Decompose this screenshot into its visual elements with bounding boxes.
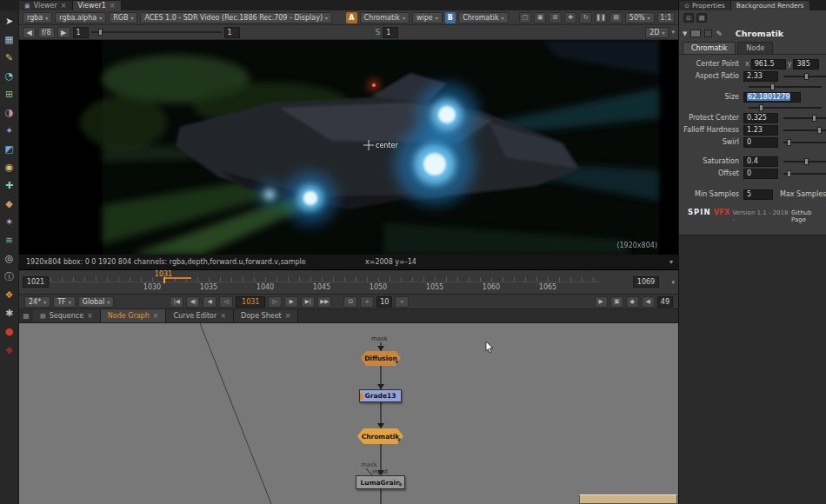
pan-zoom-icon[interactable]: ✚ bbox=[564, 12, 576, 23]
filter-icon[interactable]: ✦ bbox=[1, 122, 18, 140]
back-icon[interactable]: ◀ bbox=[642, 296, 655, 308]
tab-node[interactable]: Node bbox=[737, 42, 773, 54]
next-keyframe-button[interactable]: ▶| bbox=[301, 296, 315, 308]
zoom-dropdown[interactable]: 50% bbox=[625, 12, 655, 23]
github-link[interactable]: Github Page bbox=[791, 209, 826, 223]
current-frame-field[interactable]: 1031 bbox=[236, 296, 265, 308]
proxy-toggle[interactable]: 1:1 bbox=[657, 12, 675, 23]
slider-handle[interactable] bbox=[787, 139, 791, 146]
draw-icon[interactable]: ✎ bbox=[1, 49, 18, 67]
aspect-ratio-field[interactable]: 2.33 bbox=[743, 71, 778, 82]
panel-stack-icon[interactable]: ▤ bbox=[696, 13, 707, 23]
alpha-layer-dropdown[interactable]: rgba.alpha bbox=[55, 12, 106, 23]
gain-preset-button[interactable]: f/8 bbox=[38, 27, 55, 38]
channels-dropdown[interactable]: RGB bbox=[109, 12, 137, 23]
other-icon[interactable]: ✱ bbox=[1, 304, 18, 322]
goto-end-button[interactable]: ▶▶ bbox=[317, 296, 331, 308]
frame-increment-field[interactable]: 10 bbox=[376, 296, 392, 308]
gain-field[interactable]: 1 bbox=[73, 27, 89, 38]
close-icon[interactable]: × bbox=[61, 2, 67, 10]
tab-background-renders[interactable]: Background Renders bbox=[731, 1, 810, 10]
tab-node-graph[interactable]: Node Graph × bbox=[101, 309, 167, 322]
monitor-out-icon[interactable]: ▢ bbox=[519, 12, 531, 23]
slider-handle[interactable] bbox=[804, 73, 809, 80]
increment-back-button[interactable]: » bbox=[360, 296, 374, 308]
toolsets-icon[interactable]: ❖ bbox=[1, 286, 18, 304]
range-start-field[interactable]: 1021 bbox=[23, 276, 49, 288]
node-lumagrain[interactable]: LumaGrain bbox=[356, 475, 405, 489]
input-b-dropdown[interactable]: Chromatik bbox=[458, 12, 508, 23]
play-forward-button[interactable]: ▷ bbox=[268, 296, 282, 308]
timeline-ruler[interactable] bbox=[50, 277, 600, 282]
increment-forward-button[interactable]: » bbox=[395, 296, 409, 308]
lock-range-icon[interactable]: ◆ bbox=[626, 296, 639, 308]
slider-handle[interactable] bbox=[787, 170, 791, 177]
node-chromatik[interactable]: Chromatik bbox=[357, 428, 403, 444]
step-forward-button[interactable]: ▶ bbox=[284, 296, 298, 308]
wide-slider[interactable] bbox=[749, 86, 822, 88]
range-end-field[interactable]: 1069 bbox=[633, 276, 659, 288]
edit-label-icon[interactable]: ✎ bbox=[716, 30, 723, 38]
input-b-badge[interactable]: B bbox=[445, 12, 456, 23]
input-a-badge[interactable]: A bbox=[346, 12, 356, 23]
aspect-ratio-slider[interactable] bbox=[783, 76, 826, 77]
swirl-slider[interactable] bbox=[783, 142, 826, 143]
step-back-button[interactable]: ◀ bbox=[203, 296, 216, 308]
size-field[interactable]: 62.1801279 bbox=[743, 92, 801, 103]
center-y-field[interactable]: 385 bbox=[793, 59, 819, 70]
3d-icon[interactable]: ◆ bbox=[1, 195, 18, 213]
falloff-hardness-field[interactable]: 1.23 bbox=[743, 125, 778, 136]
slider-handle[interactable] bbox=[812, 115, 816, 122]
partial-node[interactable] bbox=[579, 494, 677, 504]
slider-handle[interactable] bbox=[817, 127, 822, 134]
loop-mode-button[interactable]: O bbox=[343, 296, 357, 308]
play-backward-button[interactable]: ◁ bbox=[219, 296, 233, 308]
close-icon[interactable]: × bbox=[110, 2, 116, 10]
center-x-field[interactable]: 961.5 bbox=[751, 59, 786, 70]
offset-field[interactable]: 0 bbox=[743, 169, 778, 179]
protect-center-slider[interactable] bbox=[783, 117, 826, 119]
pause-icon[interactable]: ❚❚ bbox=[595, 12, 607, 23]
tab-curve-editor[interactable]: Curve Editor × bbox=[166, 309, 234, 322]
lock-panels-icon[interactable]: ⊙ bbox=[683, 13, 694, 23]
tab-dope-sheet[interactable]: Dope Sheet × bbox=[234, 309, 298, 322]
tab-properties[interactable]: ⊙ Properties bbox=[679, 1, 731, 10]
disclosure-icon[interactable]: ▼ bbox=[683, 30, 687, 37]
particles-icon[interactable]: ✶ bbox=[1, 213, 18, 231]
cursor-icon[interactable]: ➤ bbox=[1, 12, 18, 30]
tab-viewer1[interactable]: Viewer1 × bbox=[73, 1, 122, 10]
saturation-field[interactable]: 0.4 bbox=[743, 156, 778, 167]
close-icon[interactable]: × bbox=[87, 312, 93, 320]
spin-tools-icon[interactable]: ◆ bbox=[1, 341, 18, 359]
min-samples-field[interactable]: 5 bbox=[743, 189, 773, 200]
saturation-slider[interactable] bbox=[783, 161, 826, 162]
gl-color-swatch[interactable] bbox=[704, 30, 712, 37]
fps-dropdown[interactable]: 24* bbox=[24, 296, 50, 308]
slider-handle[interactable] bbox=[759, 104, 763, 111]
center-point-overlay[interactable]: center bbox=[363, 140, 398, 150]
timeline-frames-dropdown[interactable]: TF bbox=[53, 296, 76, 308]
refresh-icon[interactable]: ↻ bbox=[579, 12, 591, 23]
merge-icon[interactable]: ◉ bbox=[1, 158, 18, 176]
goto-start-button[interactable]: |◀ bbox=[170, 296, 183, 308]
play-flag-icon[interactable]: ▶ bbox=[595, 296, 608, 308]
slider-handle[interactable] bbox=[804, 158, 809, 165]
protect-center-field[interactable]: 0.325 bbox=[743, 113, 778, 123]
plugins-icon[interactable]: ● bbox=[1, 322, 18, 341]
timeline-menu-icon[interactable]: ▾ bbox=[671, 279, 675, 286]
image-icon[interactable]: ▦ bbox=[1, 30, 18, 49]
viewer-canvas[interactable]: center (1920x804) bbox=[19, 40, 678, 255]
timeline[interactable]: 1021 1031 1030 1035 1040 1045 1050 1055 … bbox=[19, 270, 678, 295]
gain-slider-knob[interactable] bbox=[98, 29, 103, 36]
gamma-field[interactable]: 1 bbox=[224, 27, 240, 38]
node-graph[interactable]: mask Diffusion Grade13 Chromatik mask in… bbox=[19, 323, 678, 504]
tab-chromatik[interactable]: Chromatik bbox=[683, 42, 736, 54]
close-icon[interactable]: × bbox=[220, 312, 226, 320]
channel-icon[interactable]: ⊞ bbox=[1, 85, 18, 103]
close-icon[interactable]: × bbox=[285, 312, 291, 320]
falloff-hardness-slider[interactable] bbox=[783, 129, 826, 131]
input-a-dropdown[interactable]: Chromatik bbox=[360, 12, 410, 23]
tab-viewer[interactable]: ▣ Viewer × bbox=[19, 1, 73, 10]
metadata-icon[interactable]: ⓘ bbox=[1, 268, 18, 286]
node-grade13[interactable]: Grade13 bbox=[359, 389, 402, 402]
